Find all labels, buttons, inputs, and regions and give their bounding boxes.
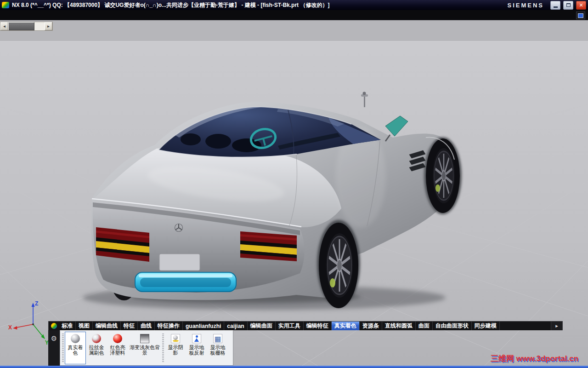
rear-wheel bbox=[319, 223, 358, 308]
bottom-bar: 标准 视图 编辑曲线 特征 曲线 特征操作 guanlianfuzhi caij… bbox=[48, 321, 563, 366]
realistic-shading-icon bbox=[71, 334, 80, 343]
tab-curve[interactable]: 曲线 bbox=[138, 322, 155, 330]
close-button[interactable]: ✕ bbox=[576, 1, 586, 10]
toolbar-options-column: ⚙ bbox=[48, 330, 60, 366]
tab-resource-bar[interactable]: 资源条 bbox=[360, 322, 382, 330]
tab-feature[interactable]: 特征 bbox=[121, 322, 138, 330]
btn-gradient-light-gray-background[interactable]: 渐变浅灰色背景 bbox=[128, 332, 161, 364]
btn-brushed-metal[interactable]: 拉丝金属刷色 bbox=[86, 332, 107, 364]
tab-surface[interactable]: 曲面 bbox=[416, 322, 433, 330]
floor-grid-glyph: ▦ bbox=[215, 335, 221, 342]
close-icon: ✕ bbox=[579, 2, 583, 8]
title-bar: NX 8.0 (*^__^*) QQ: 【489387000】 诚交UG爱好者o… bbox=[0, 0, 588, 10]
scrollbar-track[interactable] bbox=[8, 22, 45, 30]
tab-edit-curve[interactable]: 编辑曲线 bbox=[93, 322, 121, 330]
shading-toolbar: 真实着色 拉丝金属刷色 红色亮泽塑料 渐变浅灰色背景 显示阴影 bbox=[60, 330, 233, 366]
gear-icon[interactable]: ⚙ bbox=[51, 335, 57, 366]
btn-show-floor-reflection[interactable]: 显示地板反射 bbox=[186, 332, 207, 364]
gradient-background-icon bbox=[140, 334, 149, 343]
tab-edit-feature[interactable]: 编辑特征 bbox=[304, 322, 332, 330]
tab-feature-operation[interactable]: 特征操作 bbox=[155, 322, 183, 330]
toolbar-grip[interactable] bbox=[162, 334, 164, 362]
toolbar-tab-bar: 标准 视图 编辑曲线 特征 曲线 特征操作 guanlianfuzhi caij… bbox=[48, 321, 563, 330]
taskbar-sliver bbox=[0, 366, 588, 368]
tab-edit-surface[interactable]: 编辑曲面 bbox=[248, 322, 276, 330]
tab-line-arc[interactable]: 直线和圆弧 bbox=[382, 322, 416, 330]
tab-caijian[interactable]: caijian bbox=[224, 322, 247, 330]
view-triad: X Y Z bbox=[6, 300, 51, 353]
nx-application-window: NX 8.0 (*^__^*) QQ: 【489387000】 诚交UG爱好者o… bbox=[0, 0, 588, 368]
scroll-left-button[interactable]: ◄ bbox=[0, 22, 8, 30]
child-window-restore-button[interactable] bbox=[576, 12, 585, 19]
nx-tab-logo bbox=[49, 322, 59, 330]
scroll-right-icon: ► bbox=[47, 24, 51, 29]
btn-show-shadow[interactable]: 显示阴影 bbox=[165, 332, 186, 364]
toolbar-overflow-button[interactable]: ▸ bbox=[551, 322, 562, 330]
toolbar-row: ⚙ 真实着色 拉丝金属刷色 红色亮泽塑料 渐变浅灰色背景 bbox=[48, 330, 563, 366]
tab-view[interactable]: 视图 bbox=[76, 322, 93, 330]
tail-light-right bbox=[240, 231, 297, 261]
tab-realistic-shading[interactable]: 真实着色 bbox=[332, 322, 360, 330]
scene-canvas bbox=[0, 20, 588, 368]
nx-swirl-icon bbox=[51, 323, 57, 329]
brushed-metal-icon bbox=[92, 334, 101, 343]
front-wheel bbox=[426, 138, 460, 213]
toolbar-overflow-icon: ▸ bbox=[555, 323, 558, 329]
floor-reflection-icon bbox=[192, 334, 201, 343]
tab-synchronous-modeling[interactable]: 同步建模 bbox=[472, 322, 500, 330]
menu-strip bbox=[0, 10, 588, 20]
minimize-button[interactable] bbox=[550, 1, 560, 10]
red-glossy-plastic-icon bbox=[113, 334, 122, 343]
window-title: NX 8.0 (*^__^*) QQ: 【489387000】 诚交UG爱好者o… bbox=[12, 1, 329, 9]
siemens-logo: SIEMENS bbox=[507, 2, 548, 9]
child-window-icon bbox=[578, 13, 583, 18]
license-plate bbox=[159, 254, 200, 270]
btn-red-glossy-plastic[interactable]: 红色亮泽塑料 bbox=[107, 332, 128, 364]
rear-bumper-insert bbox=[135, 272, 236, 292]
tab-freeform-shape[interactable]: 自由曲面形状 bbox=[433, 322, 472, 330]
scroll-right-button[interactable]: ► bbox=[45, 22, 52, 30]
axis-x-label: X bbox=[8, 324, 12, 331]
minimize-icon bbox=[554, 6, 558, 8]
scroll-left-icon: ◄ bbox=[3, 24, 6, 29]
axis-z-label: Z bbox=[35, 300, 38, 307]
show-shadow-icon bbox=[171, 334, 180, 343]
tab-standard[interactable]: 标准 bbox=[59, 322, 76, 330]
tab-utility-tools[interactable]: 实用工具 bbox=[276, 322, 304, 330]
floor-grid-icon: ▦ bbox=[213, 334, 222, 343]
scrollbar-thumb[interactable] bbox=[8, 22, 34, 30]
maximize-button[interactable] bbox=[563, 1, 573, 10]
toolbar-grip[interactable] bbox=[62, 334, 64, 362]
btn-show-floor-grid[interactable]: ▦ 显示地板栅格 bbox=[207, 332, 228, 364]
nx-logo-icon bbox=[2, 2, 9, 8]
btn-realistic-shading[interactable]: 真实着色 bbox=[65, 332, 86, 364]
maximize-icon bbox=[566, 3, 571, 7]
viewport-3d[interactable]: ◄ ► X Y Z 三维网 www.3dportal.cn bbox=[0, 20, 588, 368]
horizontal-scrollbar[interactable]: ◄ ► bbox=[0, 22, 53, 31]
tab-guanlianfuzhi[interactable]: guanlianfuzhi bbox=[183, 322, 224, 330]
